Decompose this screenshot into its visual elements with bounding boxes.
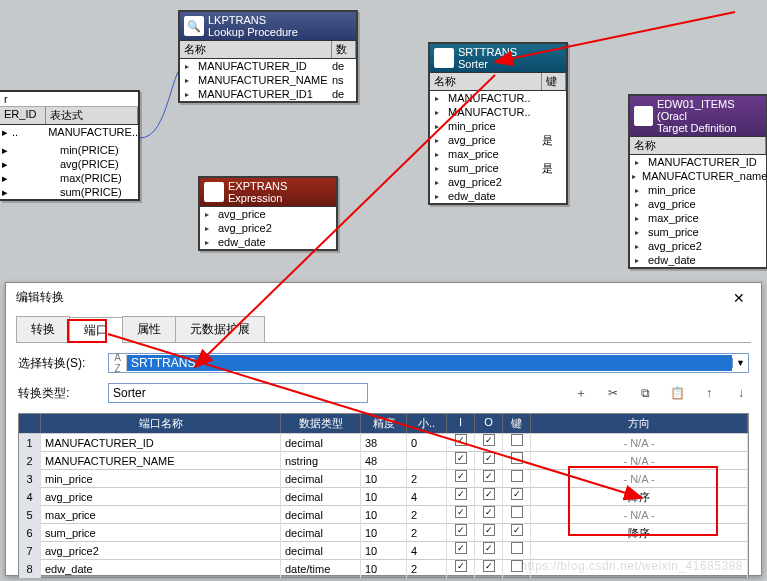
- close-button[interactable]: ✕: [727, 290, 751, 306]
- port-row[interactable]: ▸edw_date: [200, 235, 336, 249]
- col-type: 数: [332, 41, 356, 58]
- port-row[interactable]: ▸avg_price是: [430, 133, 566, 147]
- checkbox[interactable]: ✓: [483, 488, 495, 500]
- table-row[interactable]: 6 sum_price decimal 10 2 ✓ ✓ ✓ 降序: [19, 523, 748, 541]
- h-port: 端口名称: [41, 414, 281, 433]
- paste-icon[interactable]: 📋: [669, 385, 685, 401]
- h-dir: 方向: [531, 414, 748, 433]
- table-row[interactable]: 2 MANUFACTURER_NAME nstring 48 ✓ ✓ - N/A…: [19, 451, 748, 469]
- col-name: 名称: [630, 137, 766, 154]
- watermark: https://blog.csdn.net/weixin_41685388: [520, 559, 743, 573]
- port-row[interactable]: ▸avg_price2: [200, 221, 336, 235]
- source-table[interactable]: r ER_ID表达式 ▸..MANUFACTURE.. ▸min(PRICE)▸…: [0, 90, 140, 201]
- checkbox[interactable]: [511, 542, 523, 554]
- checkbox[interactable]: ✓: [455, 488, 467, 500]
- expression-icon: ƒ: [204, 182, 224, 202]
- left-h1: ER_ID: [0, 107, 46, 124]
- expression-transform[interactable]: ƒ EXPTRANS Expression ▸avg_price▸avg_pri…: [198, 176, 338, 251]
- port-row[interactable]: ▸min(PRICE): [0, 143, 138, 157]
- target-titlebar[interactable]: ▦ EDW01_ITEMS (Oracl Target Definition: [630, 96, 766, 136]
- target-icon: ▦: [634, 106, 653, 126]
- lookup-transform[interactable]: 🔍 LKPTRANS Lookup Procedure 名称数 ▸MANUFAC…: [178, 10, 358, 103]
- tab-transform[interactable]: 转换: [16, 316, 70, 342]
- port-row[interactable]: ▸avg(PRICE): [0, 157, 138, 171]
- add-port-icon[interactable]: ＋: [573, 385, 589, 401]
- port-row[interactable]: ▸MANUFACTURER_IDde: [180, 59, 356, 73]
- cut-icon[interactable]: ✂: [605, 385, 621, 401]
- sorter-transform[interactable]: ↕ SRTTRANS Sorter 名称键 ▸MANUFACTUR..▸MANU…: [428, 42, 568, 205]
- sorter-icon: ↕: [434, 48, 454, 68]
- tab-properties[interactable]: 属性: [122, 316, 176, 342]
- port-row[interactable]: ▸avg_price2: [430, 175, 566, 189]
- col-name: 名称: [430, 73, 542, 90]
- port-row[interactable]: ▸MANUFACTUR..: [430, 91, 566, 105]
- checkbox[interactable]: [511, 470, 523, 482]
- transform-type-field: Sorter: [108, 383, 368, 403]
- checkbox[interactable]: ✓: [483, 542, 495, 554]
- port-row[interactable]: ▸max(PRICE): [0, 171, 138, 185]
- port-row[interactable]: ▸sum_price是: [430, 161, 566, 175]
- port-row[interactable]: ▸MANUFACTURER_ID: [630, 155, 766, 169]
- port-row[interactable]: ▸edw_date: [630, 253, 766, 267]
- port-row[interactable]: ▸edw_date: [430, 189, 566, 203]
- tgt-title2: Target Definition: [657, 122, 762, 134]
- h-scale: 小..: [407, 414, 447, 433]
- table-row[interactable]: 3 min_price decimal 10 2 ✓ ✓ - N/A -: [19, 469, 748, 487]
- port-row[interactable]: ▸avg_price: [200, 207, 336, 221]
- move-down-icon[interactable]: ↓: [733, 385, 749, 401]
- table-row[interactable]: 7 avg_price2 decimal 10 4 ✓ ✓: [19, 541, 748, 559]
- table-row[interactable]: 1 MANUFACTURER_ID decimal 38 0 ✓ ✓ - N/A…: [19, 433, 748, 451]
- port-row[interactable]: ▸sum_price: [630, 225, 766, 239]
- port-row[interactable]: ▸MANUFACTURER_name: [630, 169, 766, 183]
- sorter-title1: SRTTRANS: [458, 46, 517, 58]
- tab-ports[interactable]: 端口: [69, 317, 123, 343]
- port-row[interactable]: ▸avg_price2: [630, 239, 766, 253]
- tab-metadata[interactable]: 元数据扩展: [175, 316, 265, 342]
- checkbox[interactable]: ✓: [455, 542, 467, 554]
- port-row[interactable]: ▸MANUFACTURER_NAMEns: [180, 73, 356, 87]
- checkbox[interactable]: ✓: [455, 470, 467, 482]
- checkbox[interactable]: ✓: [455, 560, 467, 572]
- port-row[interactable]: ▸sum(PRICE): [0, 185, 138, 199]
- checkbox[interactable]: ✓: [483, 452, 495, 464]
- checkbox[interactable]: ✓: [483, 524, 495, 536]
- expression-titlebar[interactable]: ƒ EXPTRANS Expression: [200, 178, 336, 206]
- transform-type-value: Sorter: [109, 385, 367, 401]
- ports-grid[interactable]: 端口名称 数据类型 精度 小.. I O 键 方向 1 MANUFACTURER…: [18, 413, 749, 578]
- dialog-title: 编辑转换: [16, 289, 64, 306]
- checkbox[interactable]: [511, 506, 523, 518]
- table-row[interactable]: 5 max_price decimal 10 2 ✓ ✓ - N/A -: [19, 505, 748, 523]
- checkbox[interactable]: ✓: [483, 470, 495, 482]
- sorter-titlebar[interactable]: ↕ SRTTRANS Sorter: [430, 44, 566, 72]
- checkbox[interactable]: [511, 434, 523, 446]
- left-row0: MANUFACTURE..: [48, 126, 138, 138]
- port-row[interactable]: ▸min_price: [430, 119, 566, 133]
- chevron-down-icon[interactable]: ▼: [732, 358, 748, 368]
- select-transform-combo[interactable]: AZ SRTTRANS ▼: [108, 353, 749, 373]
- checkbox[interactable]: ✓: [455, 452, 467, 464]
- table-row[interactable]: 4 avg_price decimal 10 4 ✓ ✓ ✓ 降序: [19, 487, 748, 505]
- port-row[interactable]: ▸max_price: [430, 147, 566, 161]
- checkbox[interactable]: ✓: [511, 488, 523, 500]
- copy-icon[interactable]: ⧉: [637, 385, 653, 401]
- port-row[interactable]: ▸min_price: [630, 183, 766, 197]
- port-row[interactable]: ▸MANUFACTURER_ID1de: [180, 87, 356, 101]
- port-row[interactable]: ▸MANUFACTUR..: [430, 105, 566, 119]
- checkbox[interactable]: ✓: [483, 506, 495, 518]
- checkbox[interactable]: ✓: [455, 506, 467, 518]
- port-row[interactable]: ▸max_price: [630, 211, 766, 225]
- checkbox[interactable]: ✓: [511, 524, 523, 536]
- lookup-titlebar[interactable]: 🔍 LKPTRANS Lookup Procedure: [180, 12, 356, 40]
- h-prec: 精度: [361, 414, 407, 433]
- target-transform[interactable]: ▦ EDW01_ITEMS (Oracl Target Definition 名…: [628, 94, 767, 269]
- checkbox[interactable]: ✓: [455, 524, 467, 536]
- checkbox[interactable]: ✓: [483, 434, 495, 446]
- h-i: I: [447, 414, 475, 433]
- checkbox[interactable]: ✓: [483, 560, 495, 572]
- transform-type-label: 转换类型:: [18, 385, 108, 402]
- move-up-icon[interactable]: ↑: [701, 385, 717, 401]
- exp-title2: Expression: [228, 192, 287, 204]
- checkbox[interactable]: [511, 452, 523, 464]
- checkbox[interactable]: ✓: [455, 434, 467, 446]
- port-row[interactable]: ▸avg_price: [630, 197, 766, 211]
